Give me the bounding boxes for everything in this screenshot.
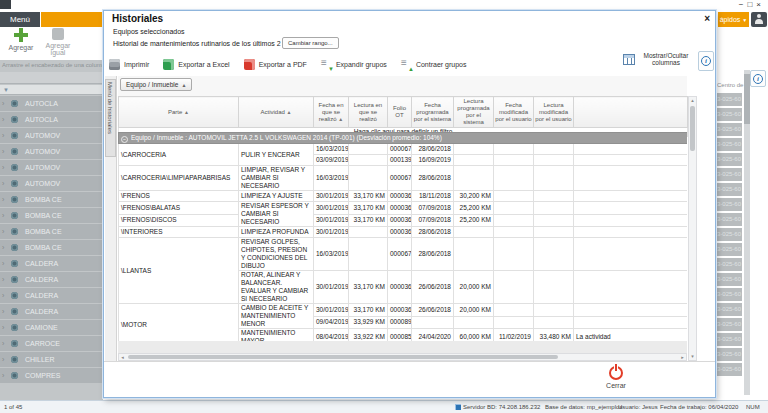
menu-historiales-tab[interactable]: Menú de historiales [105,79,116,157]
grid-cell[interactable]: 26/06/2018 [412,271,454,304]
grid-cell[interactable]: 000139 [388,155,412,166]
grid-cell[interactable]: La actividad [574,329,688,342]
grid-cell[interactable]: 20,000 KM [454,271,494,304]
grid-cell[interactable] [412,316,454,329]
grid-cell[interactable]: 000036 [388,202,412,215]
grid-cell[interactable]: 30/01/2019 [314,214,349,227]
expander-icon[interactable]: › [2,176,4,191]
horizontal-scrollbar[interactable]: ◂ ▸ [118,353,687,361]
restore-icon[interactable]: □ [747,0,756,9]
user-button[interactable] [751,12,767,27]
grid-cell[interactable] [574,144,688,155]
grid-column-header[interactable]: Lectura en que se realizó [349,97,388,128]
grid-cell[interactable]: 16/09/2019 [412,155,454,166]
filter-funnel-icon[interactable]: ▼ [3,87,9,93]
grid-cell[interactable] [494,271,534,304]
grid-cell[interactable]: 60,000 KM [454,329,494,342]
grid-column-header[interactable] [574,97,688,128]
grid-column-header[interactable]: Lectura modificada por el usuario [534,97,574,128]
grid-cell[interactable]: 28/06/2018 [412,144,454,155]
sidebar-filter-row[interactable]: ▼ [0,85,103,95]
grid-row[interactable]: \MOTORCAMBIO DE ACEITE Y MANTENIMIENTO M… [119,304,688,317]
expander-icon[interactable]: › [2,288,4,303]
grid-cell[interactable]: \MOTOR [119,304,239,342]
sidebar-item[interactable]: ›CAMIONE [0,320,103,335]
v-scroll-thumb[interactable] [690,106,695,151]
grid-cell[interactable]: REVISAR GOLPES, CHIPOTES, PRESION Y COND… [239,238,314,271]
grid-cell[interactable]: 30/01/2019 [314,191,349,202]
grid-cell[interactable]: 000085 [388,329,412,342]
grid-cell[interactable]: 07/09/2018 [412,202,454,215]
grid-cell[interactable]: LIMPIEZA PROFUNDA [239,227,314,238]
grid-cell[interactable]: 16/03/2019 [314,238,349,271]
grid-cell[interactable]: \CARROCERIA\LIMPIAPARABRISAS [119,166,239,191]
expander-icon[interactable]: › [2,192,4,207]
grid-cell[interactable]: 16/03/2019 [314,166,349,191]
grid-cell[interactable] [454,316,494,329]
grid-cell[interactable] [349,166,388,191]
grid-column-header[interactable]: Folio OT [388,97,412,128]
window-controls[interactable]: −□× [739,0,765,9]
grid-cell[interactable]: \FRENOS [119,191,239,202]
grid-column-header[interactable]: Fecha en que se realizó ▲ [314,97,349,128]
grid-cell[interactable]: REVISAR ESPESOR Y CAMBIAR SI NECESARIO [239,202,314,227]
imprimir-button[interactable]: Imprimir [109,59,149,70]
grid-cell[interactable]: \FRENOS\BALATAS [119,202,239,215]
grid-cell[interactable] [574,166,688,191]
grid-cell[interactable] [349,155,388,166]
grid-cell[interactable] [494,316,534,329]
expander-icon[interactable]: › [2,272,4,287]
grid-cell[interactable] [454,155,494,166]
grid-cell[interactable]: 000036 [388,304,412,317]
grid-cell[interactable]: 28/06/2018 [412,227,454,238]
grid-cell[interactable]: 30,200 KM [454,191,494,202]
grid-row[interactable]: \CARROCERIAPULIR Y ENCERAR16/03/20190000… [119,144,688,155]
grid-cell[interactable]: 16/03/2019 [314,144,349,155]
sidebar-item[interactable]: ›AUTOMOV [0,144,103,159]
grid-cell[interactable]: 09/04/2019 [314,316,349,329]
sidebar-item[interactable]: ›AUTOCLA [0,96,103,111]
grid-cell[interactable] [574,304,688,317]
grid-cell[interactable]: 000036 [388,227,412,238]
sidebar-item[interactable]: ›CALDERA [0,304,103,319]
grid-cell[interactable]: 000067 [388,238,412,271]
grid-cell[interactable] [534,227,574,238]
grid-cell[interactable] [454,227,494,238]
sidebar-item[interactable]: ›BOMBA CE [0,240,103,255]
sidebar-column-header[interactable] [0,72,103,84]
collapse-group-icon[interactable]: − [121,136,128,143]
grid-cell[interactable]: 000036 [388,271,412,304]
grid-cell[interactable]: \LLANTAS [119,238,239,304]
grid-cell[interactable]: 03/09/2019 [314,155,349,166]
grid-cell[interactable] [534,202,574,215]
grid-cell[interactable]: 33,170 KM [349,304,388,317]
grid-cell[interactable]: \FRENOS\DISCOS [119,214,239,227]
grid-cell[interactable] [454,166,494,191]
grid-cell[interactable] [534,316,574,329]
grid-row[interactable]: \INTERIORESLIMPIEZA PROFUNDA30/01/201900… [119,227,688,238]
expander-icon[interactable]: › [2,304,4,319]
grid-cell[interactable]: 000067 [388,144,412,155]
scroll-up-icon[interactable]: ▴ [689,97,696,104]
grid-cell[interactable] [574,155,688,166]
grid-cell[interactable] [494,227,534,238]
grid-cell[interactable]: 18/11/2018 [412,191,454,202]
grid-column-header[interactable]: Fecha programada por el sistema [412,97,454,128]
grid-cell[interactable]: \CARROCERIA [119,144,239,166]
contraer-grupos-button[interactable]: Contraer grupos [401,59,467,70]
grid-cell[interactable]: CAMBIO DE ACEITE Y MANTENIMIENTO MENOR [239,304,314,329]
expander-icon[interactable]: › [2,96,4,111]
grid-column-header[interactable]: Fecha modificada por el usuario [494,97,534,128]
sidebar-item[interactable]: ›BOMBA CE [0,192,103,207]
cambiar-rango-button[interactable]: Cambiar rango... [282,37,339,49]
sidebar-item[interactable]: ›AUTOMOV [0,128,103,143]
grid-cell[interactable]: 30/01/2019 [314,304,349,317]
grid-cell[interactable]: 33,170 KM [349,271,388,304]
dialog-close-icon[interactable]: × [704,13,710,24]
grid-cell[interactable]: 26/06/2018 [412,304,454,317]
grid-cell[interactable]: 25,200 KM [454,202,494,215]
group-by-chip[interactable]: Equipo / Inmueble▲ [120,78,192,91]
grid-cell[interactable] [534,271,574,304]
grid-cell[interactable]: 24/04/2020 [412,329,454,342]
grid-cell[interactable]: 07/09/2018 [412,214,454,227]
